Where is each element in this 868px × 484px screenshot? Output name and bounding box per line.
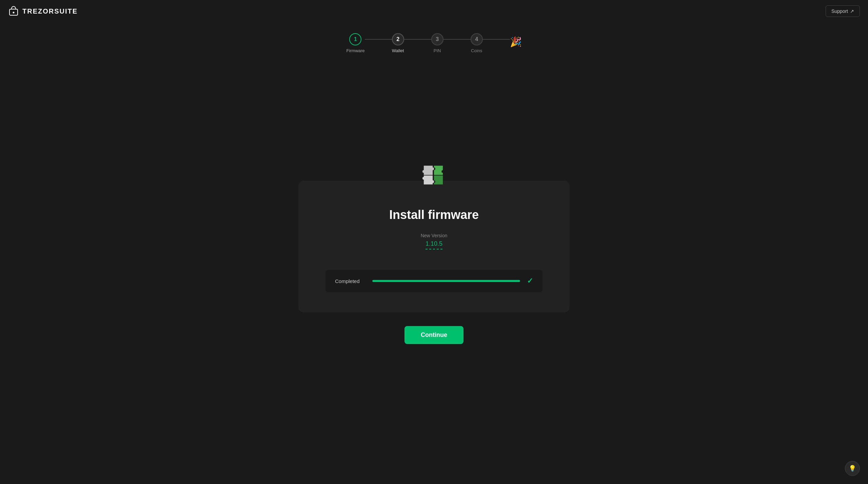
help-button[interactable]: 💡 xyxy=(845,461,860,476)
progress-bar-fill xyxy=(372,280,520,282)
continue-button[interactable]: Continue xyxy=(405,326,463,344)
version-label: New Version xyxy=(421,233,448,238)
check-icon: ✓ xyxy=(527,277,533,285)
progress-bar-track xyxy=(372,280,520,282)
step-pin: 3 PIN xyxy=(431,33,443,53)
step-wallet: 2 Wallet xyxy=(392,33,404,53)
step-4-circle: 4 xyxy=(471,33,483,45)
continue-btn-area: Continue xyxy=(405,312,463,364)
step-4-number: 4 xyxy=(475,36,478,42)
support-button[interactable]: Support ↗ xyxy=(826,5,860,17)
trezor-logo-icon xyxy=(8,6,19,17)
page-title: Install firmware xyxy=(389,208,479,222)
version-number: 1.10.5 xyxy=(426,240,442,249)
step-1-number: 1 xyxy=(354,36,357,42)
logo-text: TREZORSUITE xyxy=(22,7,78,15)
connector-3-4 xyxy=(443,39,471,40)
step-coins: 4 Coins xyxy=(471,33,483,53)
step-2-number: 2 xyxy=(396,36,399,42)
main-content: Install firmware New Version 1.10.5 Comp… xyxy=(0,61,868,484)
lightbulb-icon: 💡 xyxy=(849,465,856,472)
step-done: 🎉 xyxy=(510,36,522,50)
progress-label: Completed xyxy=(335,278,366,284)
step-2-circle: 2 xyxy=(392,33,404,45)
app-header: TREZORSUITE Support ↗ xyxy=(0,0,868,22)
connector-4-done xyxy=(483,39,510,40)
step-3-label: PIN xyxy=(434,48,441,53)
content-card: Install firmware New Version 1.10.5 Comp… xyxy=(298,181,570,312)
connector-2-3 xyxy=(404,39,431,40)
step-1-circle: 1 xyxy=(349,33,361,45)
svg-point-1 xyxy=(13,12,15,14)
step-3-number: 3 xyxy=(436,36,439,42)
progress-steps: 1 Firmware 2 Wallet 3 PIN 4 Coins 🎉 xyxy=(0,22,868,61)
firmware-icon xyxy=(417,161,451,191)
step-3-circle: 3 xyxy=(431,33,443,45)
progress-bar-container: Completed ✓ xyxy=(326,270,542,292)
support-label: Support xyxy=(831,8,848,14)
done-emoji: 🎉 xyxy=(510,36,522,47)
puzzle-svg xyxy=(417,161,451,189)
step-1-label: Firmware xyxy=(346,48,364,53)
version-info: New Version 1.10.5 xyxy=(421,233,448,260)
external-link-icon: ↗ xyxy=(850,8,854,14)
logo-area: TREZORSUITE xyxy=(8,6,78,17)
connector-1-2 xyxy=(365,39,392,40)
step-4-label: Coins xyxy=(471,48,482,53)
step-2-label: Wallet xyxy=(392,48,404,53)
step-firmware: 1 Firmware xyxy=(346,33,364,53)
